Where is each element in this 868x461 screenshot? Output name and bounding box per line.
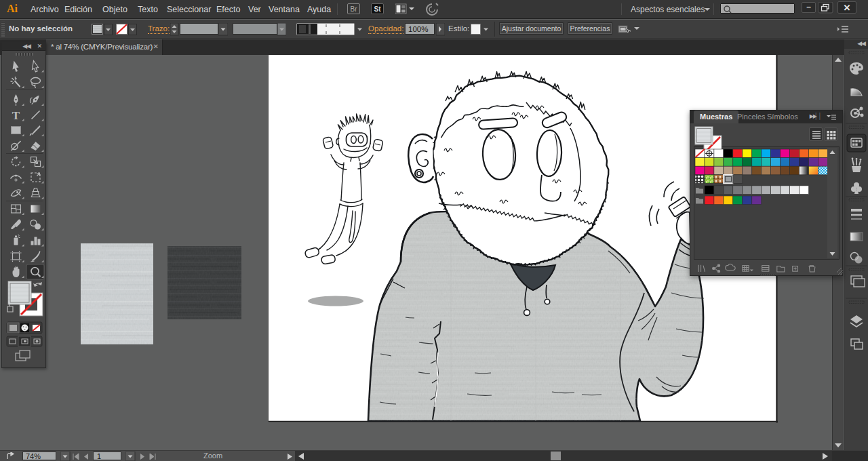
svg-text:T: T	[12, 109, 20, 122]
